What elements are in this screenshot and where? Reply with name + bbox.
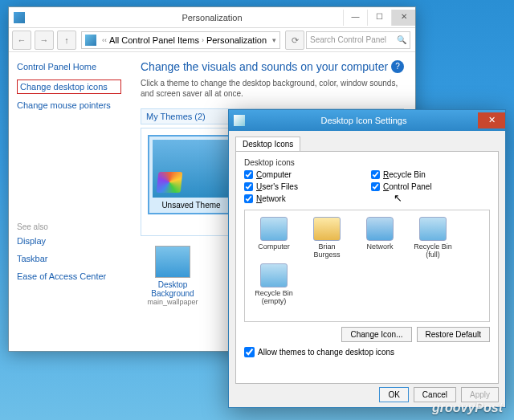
titlebar[interactable]: Personalization — ☐ ✕ [9, 7, 415, 28]
theme-name: Unsaved Theme [153, 201, 230, 210]
dialog-title: Desktop Icon Settings [250, 116, 478, 125]
window-icon [14, 12, 25, 23]
theme-thumbnail [153, 140, 231, 198]
restore-default-button[interactable]: Restore Default [417, 327, 490, 342]
back-button[interactable]: ← [12, 31, 31, 50]
sidebar: Control Panel Home Change desktop icons … [9, 52, 129, 351]
search-icon: 🔍 [397, 35, 406, 44]
desktop-icon-settings-dialog: Desktop Icon Settings ✕ Desktop Icons De… [228, 109, 506, 408]
icon-preview-box: Computer Brian Burgess Network Recycle B… [244, 210, 490, 322]
forward-button[interactable]: → [35, 31, 54, 50]
breadcrumb-current[interactable]: Personalization [206, 35, 267, 45]
desktop-background-card[interactable]: Desktop Background main_wallpaper [141, 246, 205, 306]
breadcrumb[interactable]: ‹‹ All Control Panel Items › Personaliza… [81, 31, 280, 49]
window-title: Personalization [182, 13, 242, 22]
search-input[interactable]: Search Control Panel 🔍 [306, 31, 410, 49]
dialog-close-button[interactable]: ✕ [478, 112, 505, 128]
refresh-button[interactable]: ⟳ [285, 31, 304, 50]
dialog-titlebar[interactable]: Desktop Icon Settings ✕ [229, 110, 505, 131]
wallpaper-icon [155, 246, 190, 278]
tab-body: Desktop icons Computer Recycle Bin User'… [235, 151, 499, 384]
maximize-button[interactable]: ☐ [367, 10, 391, 26]
breadcrumb-icon [85, 35, 96, 46]
icon-network[interactable]: Network [357, 217, 402, 259]
icon-recycle-empty[interactable]: Recycle Bin (empty) [251, 263, 296, 305]
minimize-button[interactable]: — [343, 10, 367, 26]
ok-button[interactable]: OK [379, 387, 408, 402]
page-description: Click a theme to change the desktop back… [141, 78, 404, 99]
checkbox-allow-themes[interactable]: Allow themes to change desktop icons [244, 347, 490, 357]
breadcrumb-root[interactable]: All Control Panel Items [109, 35, 199, 45]
help-icon[interactable]: ? [391, 60, 404, 73]
checkbox-users-files[interactable]: User's Files [244, 182, 363, 191]
breadcrumb-dropdown-icon[interactable]: ▾ [272, 36, 276, 44]
checkbox-control-panel[interactable]: Control Panel [371, 182, 490, 191]
desktop-icons-label: Desktop icons [244, 158, 490, 167]
tab-desktop-icons[interactable]: Desktop Icons [235, 137, 300, 151]
nav-toolbar: ← → ↑ ‹‹ All Control Panel Items › Perso… [9, 28, 415, 52]
sidebar-change-desktop-icons[interactable]: Change desktop icons [17, 80, 121, 94]
checkbox-computer[interactable]: Computer [244, 170, 363, 179]
dialog-icon [234, 115, 245, 126]
sidebar-display[interactable]: Display [17, 236, 121, 246]
checkbox-network[interactable]: Network [244, 194, 363, 203]
close-button[interactable]: ✕ [391, 10, 415, 26]
sidebar-change-mouse-pointers[interactable]: Change mouse pointers [17, 100, 121, 110]
sidebar-home[interactable]: Control Panel Home [17, 62, 121, 71]
checkbox-recycle-bin[interactable]: Recycle Bin [371, 170, 490, 179]
icon-computer[interactable]: Computer [251, 217, 296, 259]
watermark: groovyPost [432, 401, 503, 415]
sidebar-ease-of-access[interactable]: Ease of Access Center [17, 271, 121, 281]
see-also-label: See also [17, 222, 121, 231]
icon-user-folder[interactable]: Brian Burgess [304, 217, 349, 259]
icon-recycle-full[interactable]: Recycle Bin (full) [410, 217, 455, 259]
sidebar-taskbar[interactable]: Taskbar [17, 254, 121, 263]
page-heading: Change the visuals and sounds on your co… [141, 60, 404, 73]
up-button[interactable]: ↑ [57, 31, 76, 50]
theme-item[interactable]: Unsaved Theme [148, 135, 235, 214]
change-icon-button[interactable]: Change Icon... [341, 327, 411, 342]
